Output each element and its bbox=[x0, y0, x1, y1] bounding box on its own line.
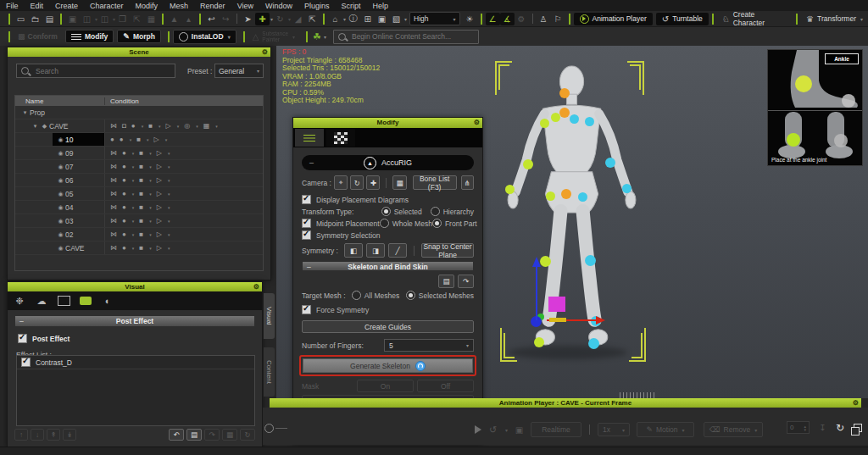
guide-dot-wrist-r[interactable] bbox=[622, 184, 632, 193]
focus-icon[interactable]: ⊞ bbox=[360, 13, 375, 25]
move-up-button[interactable]: ↑ bbox=[14, 429, 28, 441]
move-down-button[interactable]: ↓ bbox=[31, 429, 44, 441]
material-sphere-icon[interactable]: ● bbox=[122, 163, 126, 170]
guide-dot-hip-l[interactable] bbox=[546, 191, 555, 201]
move-tool-icon[interactable]: ✚ bbox=[255, 13, 270, 25]
render-image-icon[interactable]: ▦ bbox=[144, 13, 159, 25]
export-fbx-icon[interactable]: ◫ bbox=[97, 13, 112, 25]
flag-state-icon[interactable]: ▷ bbox=[157, 163, 162, 170]
column-name[interactable]: Name bbox=[15, 97, 104, 105]
menu-file[interactable]: File bbox=[0, 2, 25, 10]
tree-row-03[interactable]: ◉03 ⋈ ●▾ ■▾ ▷▾ bbox=[15, 214, 263, 228]
fingers-dropdown[interactable]: 5▾ bbox=[384, 339, 474, 352]
save-guides-button[interactable]: ▤ bbox=[438, 275, 454, 288]
guide-dot-knee-l[interactable] bbox=[540, 256, 551, 267]
transformer-button[interactable]: ♛ Transformer ▾ bbox=[801, 14, 868, 24]
guide-dot-wrist-l[interactable] bbox=[505, 185, 515, 194]
refresh-3d-icon[interactable]: ↻ bbox=[836, 422, 844, 434]
menu-render[interactable]: Render bbox=[194, 2, 231, 10]
side-tab-content[interactable]: Content bbox=[264, 347, 275, 397]
tree-row-07[interactable]: ◉07 ⋈ ●▾ ■▾ ▷▾ bbox=[15, 160, 263, 174]
loop-button[interactable]: ↺ bbox=[486, 424, 500, 436]
material-sphere-icon[interactable]: ● bbox=[131, 122, 136, 130]
lock-icon[interactable]: ◘ bbox=[122, 122, 126, 130]
mesh-icon[interactable]: ■ bbox=[148, 122, 153, 130]
mesh-icon[interactable]: ■ bbox=[139, 230, 143, 238]
mesh-icon[interactable]: ■ bbox=[139, 149, 143, 157]
material-sphere-icon[interactable]: ● bbox=[122, 203, 126, 211]
material-sphere-icon[interactable]: ● bbox=[122, 217, 126, 225]
lighting-icon[interactable]: ☀ bbox=[463, 13, 477, 25]
guide-dot-clavicle-r[interactable] bbox=[570, 114, 579, 124]
midpoint-checkbox[interactable] bbox=[302, 219, 311, 228]
guide-dot-chin[interactable] bbox=[559, 88, 570, 98]
radio-selected[interactable] bbox=[381, 207, 391, 216]
material-sphere-icon[interactable]: ● bbox=[120, 136, 124, 143]
collapse-icon[interactable]: – bbox=[309, 158, 314, 167]
scene-panel-header[interactable]: Scene⚙ bbox=[8, 47, 270, 57]
open-project-icon[interactable]: 🗀 bbox=[28, 13, 42, 25]
symmetry-selection-checkbox[interactable] bbox=[302, 230, 311, 240]
tree-row-cave-parent[interactable]: ▾ ◆ CAVE ⋈ ◘ ●▾ ■▾ ▷▾ ◎▾ ▦▾ bbox=[15, 119, 263, 133]
substance-painter-button[interactable]: △ SubstancePainter ▾ bbox=[248, 31, 299, 42]
mesh-icon[interactable]: ■ bbox=[136, 136, 141, 143]
accurig-section-header[interactable]: – ▲ AccuRIG bbox=[302, 155, 474, 170]
tree-row-09[interactable]: ◉09 ⋈ ●▾ ■▾ ▷▾ bbox=[15, 147, 263, 160]
flag-state-icon[interactable]: ▷ bbox=[157, 244, 162, 252]
morph-button[interactable]: ✎ Morph bbox=[117, 30, 161, 43]
guide-dot-elbow-l[interactable] bbox=[523, 159, 533, 169]
display-placement-checkbox[interactable] bbox=[302, 195, 311, 204]
menu-character[interactable]: Character bbox=[84, 2, 130, 10]
turntable-button[interactable]: ↺ Turntable bbox=[656, 13, 709, 25]
material-sphere-icon[interactable]: ● bbox=[122, 176, 126, 184]
tab-atmosphere-icon[interactable]: ❉ bbox=[9, 293, 30, 308]
collapse-icon[interactable]: – bbox=[307, 262, 311, 272]
gizmo-drag-handle[interactable] bbox=[549, 318, 566, 322]
target-icon[interactable]: ◎ bbox=[184, 122, 190, 130]
ankle-label-button[interactable]: Ankle bbox=[825, 53, 859, 64]
link-icon[interactable]: ⋈ bbox=[110, 122, 117, 130]
guide-dot-chest[interactable] bbox=[559, 108, 570, 118]
tree-row-02[interactable]: ◉02 ⋈ ●▾ ■▾ ▷▾ bbox=[15, 228, 263, 241]
tab-image-icon[interactable] bbox=[53, 293, 74, 308]
mesh-icon[interactable]: ■ bbox=[139, 190, 143, 197]
post-effect-section-header[interactable]: –Post Effect bbox=[14, 315, 255, 327]
radio-whole-mesh[interactable] bbox=[380, 219, 389, 228]
flag-state-icon[interactable]: ▷ bbox=[157, 217, 162, 225]
material-sphere-icon[interactable]: ● bbox=[122, 230, 126, 238]
save-effect-button[interactable]: ▤ bbox=[186, 429, 202, 441]
menu-plugins[interactable]: Plugins bbox=[298, 2, 336, 10]
tab-rig-sliders[interactable] bbox=[295, 129, 324, 147]
menu-view[interactable]: View bbox=[231, 2, 259, 10]
home-camera-icon[interactable]: ⌂ bbox=[328, 13, 342, 25]
mesh-icon[interactable]: ■ bbox=[139, 176, 143, 184]
upload-character-icon[interactable]: ▲ bbox=[167, 13, 181, 25]
flag-state-icon[interactable]: ▷ bbox=[157, 149, 162, 157]
skeleton-section-header[interactable]: –Skeleton and Bind Skin bbox=[302, 261, 474, 271]
mesh-icon[interactable]: ■ bbox=[139, 163, 143, 170]
collapse-icon[interactable]: – bbox=[19, 316, 24, 326]
export-frame-icon[interactable]: ↧ bbox=[815, 421, 830, 434]
mirror-left-button[interactable]: ◧ bbox=[344, 243, 363, 258]
material-book-icon[interactable]: ▧ bbox=[389, 13, 403, 25]
tab-sky-icon[interactable]: ☁ bbox=[31, 293, 52, 308]
grid-toggle-button[interactable]: ▦ bbox=[392, 175, 406, 190]
menu-create[interactable]: Create bbox=[49, 2, 84, 10]
preset-dropdown[interactable]: General▾ bbox=[214, 64, 264, 78]
flag-state-icon[interactable]: ▷ bbox=[166, 122, 171, 130]
expander-icon[interactable]: ▾ bbox=[20, 109, 30, 116]
tab-texture-checker[interactable] bbox=[326, 129, 355, 147]
material-sphere-icon[interactable]: ● bbox=[122, 149, 126, 157]
scene-settings-icon[interactable]: ⚙ bbox=[262, 47, 268, 57]
tree-row-cave-child[interactable]: ◉CAVE ⋈ ●▾ ■▾ ▷▾ bbox=[15, 241, 263, 255]
link-icon[interactable]: ⋈ bbox=[110, 190, 117, 197]
camera-pan-button[interactable]: ✚ bbox=[366, 175, 380, 190]
local-axis-icon[interactable]: ⇱ bbox=[305, 13, 320, 25]
guide-dot-arm-l[interactable] bbox=[540, 119, 549, 128]
fullscreen-icon[interactable]: ▣ bbox=[375, 13, 389, 25]
conform-button[interactable]: ▩ Conform bbox=[14, 32, 62, 41]
visual-settings-icon[interactable]: ⚙ bbox=[253, 282, 259, 291]
modify-button[interactable]: Modify bbox=[65, 30, 114, 43]
apply-effect-button[interactable]: ↷ bbox=[204, 429, 220, 441]
grid-state-icon[interactable]: ▦ bbox=[203, 122, 210, 130]
